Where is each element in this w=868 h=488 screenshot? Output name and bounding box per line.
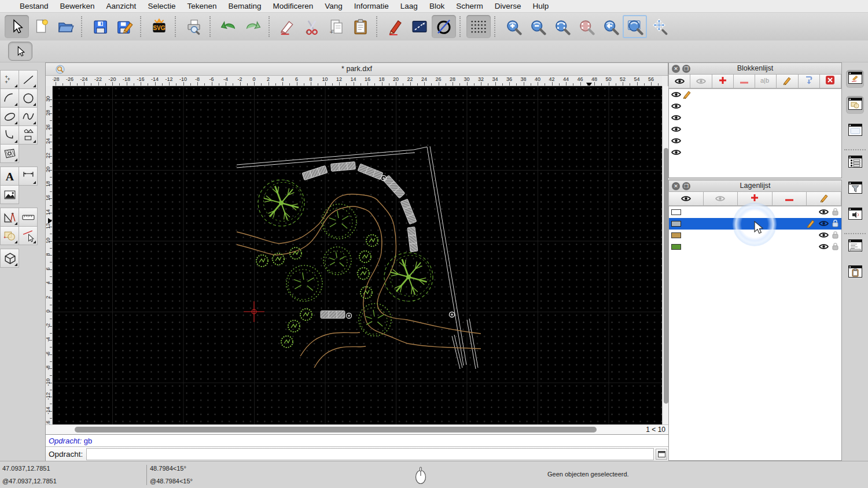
block-row[interactable] xyxy=(669,101,841,112)
pan-button[interactable] xyxy=(647,15,671,38)
layer-row-paden[interactable] xyxy=(669,230,841,241)
tool-polyline[interactable] xyxy=(0,125,19,145)
tool-dimension[interactable] xyxy=(19,167,38,186)
toggle-view-panel[interactable] xyxy=(846,206,864,224)
menu-scherm[interactable]: Scherm xyxy=(450,2,489,10)
tool-line[interactable] xyxy=(19,70,38,89)
layer-row-faciliteiten[interactable] xyxy=(669,218,841,230)
zoom-previous-button[interactable] xyxy=(598,15,623,38)
eye-icon[interactable] xyxy=(819,231,829,240)
block-eye-on-button[interactable] xyxy=(668,74,690,88)
select-tool-button[interactable] xyxy=(5,15,29,38)
selection-pointer-button[interactable] xyxy=(8,42,32,61)
menu-modificeren[interactable]: Modificeren xyxy=(267,2,319,10)
tool-ellipse[interactable] xyxy=(0,107,19,126)
block-plus-button[interactable] xyxy=(712,74,734,88)
toggle-property-editor[interactable] xyxy=(846,70,864,88)
layer-eye-on-button[interactable] xyxy=(668,191,704,206)
redo-button[interactable] xyxy=(241,15,265,38)
layer-minus-button[interactable] xyxy=(772,191,807,206)
restrict-toggle-button[interactable] xyxy=(432,15,456,38)
block-row[interactable] xyxy=(669,112,841,124)
paste-button[interactable] xyxy=(348,15,373,38)
block-eye-off-button[interactable] xyxy=(690,74,712,88)
zoom-in-button[interactable] xyxy=(501,15,525,38)
menu-bemating[interactable]: Bemating xyxy=(222,2,267,10)
toggle-blank-panel[interactable] xyxy=(846,122,864,140)
toggle-block-panel[interactable] xyxy=(846,154,864,172)
tool-arc[interactable] xyxy=(0,88,19,108)
command-input[interactable] xyxy=(86,448,654,460)
layer-row-0[interactable] xyxy=(669,206,841,218)
block-insert-button[interactable] xyxy=(798,74,820,88)
close-icon[interactable]: ✕ xyxy=(672,65,680,73)
tool-spline[interactable] xyxy=(19,107,38,126)
lock-icon[interactable] xyxy=(832,231,838,241)
menu-aanzicht[interactable]: Aanzicht xyxy=(101,2,142,10)
undock-icon[interactable]: ❐ xyxy=(682,65,690,73)
eye-icon[interactable] xyxy=(671,114,681,123)
toggle-command-panel[interactable] xyxy=(846,238,864,256)
menu-vang[interactable]: Vang xyxy=(319,2,348,10)
block-row[interactable] xyxy=(669,124,841,135)
horizontal-scrollbar-thumb[interactable] xyxy=(75,427,597,432)
menu-informatie[interactable]: Informatie xyxy=(348,2,395,10)
menu-blok[interactable]: Blok xyxy=(424,2,450,10)
eye-icon[interactable] xyxy=(671,137,681,146)
lock-icon[interactable] xyxy=(832,208,838,217)
cut-button[interactable]: + xyxy=(300,15,324,38)
undock-icon[interactable]: ❐ xyxy=(682,182,690,190)
layer-eye-off-button[interactable] xyxy=(703,191,738,206)
eye-icon[interactable] xyxy=(671,91,681,99)
eye-icon[interactable] xyxy=(671,149,681,157)
eye-icon[interactable] xyxy=(819,243,829,252)
block-row[interactable] xyxy=(669,89,841,101)
tool-shapes[interactable] xyxy=(19,125,38,145)
print-preview-button[interactable] xyxy=(182,15,206,38)
menu-hulp[interactable]: Hulp xyxy=(527,2,554,10)
eye-icon[interactable] xyxy=(819,220,829,228)
draw-color-button[interactable] xyxy=(383,15,407,38)
save-button[interactable] xyxy=(88,15,112,38)
block-row[interactable] xyxy=(669,147,841,158)
toggle-clipboard-panel[interactable] xyxy=(846,264,864,282)
layer-pencil-button[interactable] xyxy=(806,191,841,206)
block-minus-button[interactable] xyxy=(733,74,755,88)
menu-selectie[interactable]: Selectie xyxy=(142,2,181,10)
tool-point[interactable]: +++ xyxy=(0,70,19,89)
menu-bestand[interactable]: Bestand xyxy=(14,2,54,10)
menu-diverse[interactable]: Diverse xyxy=(489,2,527,10)
horizontal-scrollbar[interactable]: 1 < 10 xyxy=(46,424,669,434)
undo-button[interactable] xyxy=(216,15,241,38)
block-pencil-button[interactable] xyxy=(776,74,798,88)
zoom-window-button[interactable] xyxy=(623,15,647,38)
tool-text[interactable]: A xyxy=(0,167,19,186)
open-folder-button[interactable] xyxy=(53,15,78,38)
toggle-filter-panel[interactable] xyxy=(846,180,864,198)
tool-circle[interactable] xyxy=(19,88,38,108)
eye-icon[interactable] xyxy=(671,125,681,134)
copy-button[interactable]: + xyxy=(324,15,348,38)
menu-laag[interactable]: Laag xyxy=(395,2,424,10)
zoom-selection-button[interactable] xyxy=(574,15,598,38)
eraser-button[interactable] xyxy=(275,15,300,38)
drawing-canvas[interactable] xyxy=(53,86,662,424)
tool-construction[interactable] xyxy=(0,208,19,227)
eye-icon[interactable] xyxy=(819,208,829,217)
zoom-out-button[interactable] xyxy=(525,15,550,38)
vertical-scrollbar-thumb[interactable] xyxy=(664,148,668,404)
grid-toggle-button[interactable] xyxy=(466,15,491,38)
tool-measure[interactable] xyxy=(19,208,38,227)
svg-export-button[interactable]: SVG xyxy=(147,15,171,38)
save-as-button[interactable] xyxy=(112,15,137,38)
layer-plus-button[interactable] xyxy=(737,191,773,206)
layer-row-planten[interactable] xyxy=(669,241,841,253)
command-popout-button[interactable] xyxy=(656,449,667,460)
tool-hatch[interactable] xyxy=(0,144,19,163)
block-row[interactable] xyxy=(669,135,841,147)
zoom-auto-button[interactable] xyxy=(550,15,574,38)
new-file-button[interactable] xyxy=(29,15,53,38)
lock-icon[interactable] xyxy=(832,242,838,252)
tool-trim[interactable] xyxy=(19,226,38,245)
line-tool-button[interactable] xyxy=(407,15,432,38)
